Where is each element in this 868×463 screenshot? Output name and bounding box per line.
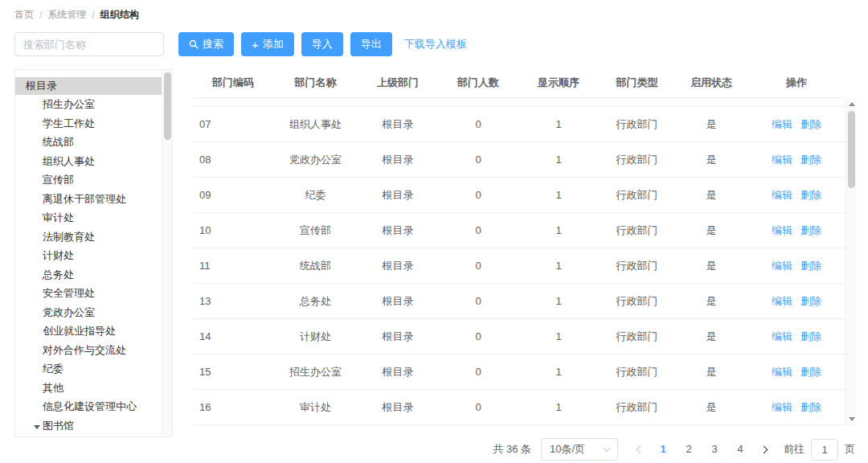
page-size-select[interactable]: 10条/页 xyxy=(541,438,618,461)
add-button[interactable]: + 添加 xyxy=(241,32,294,56)
table-row: 15 招生办公室 根目录 0 1 行政部门 是 编辑 删除 xyxy=(193,354,845,390)
delete-link[interactable]: 删除 xyxy=(800,188,821,203)
cell-actions: 编辑 删除 xyxy=(747,330,845,344)
tree-item[interactable]: 招生办公室 xyxy=(15,95,172,114)
cell-parent-dept: 根目录 xyxy=(358,153,438,167)
cell-dept-code: 08 xyxy=(193,154,273,166)
prev-page-button[interactable] xyxy=(629,438,650,461)
tree-item[interactable]: 计财处 xyxy=(15,246,172,265)
page-number[interactable]: 1 xyxy=(652,438,674,461)
tree-item[interactable]: 组织人事处 xyxy=(15,152,172,171)
header-enabled-status: 启用状态 xyxy=(675,76,747,90)
export-button[interactable]: 导出 xyxy=(350,32,392,56)
cell-enabled-status: 是 xyxy=(675,330,747,344)
page-number[interactable]: 4 xyxy=(729,438,751,461)
table-row: 10 宣传部 根目录 0 1 行政部门 是 编辑 删除 xyxy=(193,213,845,248)
cell-display-order: 1 xyxy=(518,366,599,378)
edit-link[interactable]: 编辑 xyxy=(772,259,792,273)
delete-link[interactable]: 删除 xyxy=(800,259,821,273)
header-dept-type: 部门类型 xyxy=(599,76,675,90)
goto-unit: 页 xyxy=(845,442,855,457)
goto-page-input[interactable] xyxy=(811,439,838,461)
tree-item[interactable]: 对外合作与交流处 xyxy=(15,341,172,360)
next-page-button[interactable] xyxy=(753,438,774,461)
import-button[interactable]: 导入 xyxy=(301,32,343,56)
cell-enabled-status: 是 xyxy=(675,223,747,238)
cell-dept-count: 0 xyxy=(438,366,518,378)
page-number[interactable]: 2 xyxy=(678,438,700,461)
header-actions: 操作 xyxy=(747,76,845,90)
cell-dept-count: 0 xyxy=(438,401,518,413)
total-count: 共 36 条 xyxy=(493,442,531,457)
search-button[interactable]: 搜索 xyxy=(178,32,234,56)
tree-expand-caret-icon[interactable] xyxy=(34,425,40,429)
tree-item[interactable]: 安全管理处 xyxy=(15,284,172,303)
cell-display-order: 1 xyxy=(518,189,599,201)
page-number[interactable]: 3 xyxy=(703,438,726,461)
plus-icon: + xyxy=(252,39,259,51)
cell-dept-count: 0 xyxy=(438,295,518,307)
table-row: 08 党政办公室 根目录 0 1 行政部门 是 编辑 删除 xyxy=(193,142,845,178)
cell-dept-count: 0 xyxy=(438,189,518,201)
cell-parent-dept: 根目录 xyxy=(358,117,438,132)
tree-item[interactable]: 创业就业指导处 xyxy=(15,322,172,341)
scroll-down-arrow-icon[interactable] xyxy=(849,417,855,421)
edit-link[interactable]: 编辑 xyxy=(772,188,792,203)
scroll-up-arrow-icon[interactable] xyxy=(849,102,855,106)
delete-link[interactable]: 删除 xyxy=(800,400,821,415)
search-department-input[interactable] xyxy=(14,32,164,56)
delete-link[interactable]: 删除 xyxy=(800,223,821,238)
edit-link[interactable]: 编辑 xyxy=(772,294,792,309)
edit-link[interactable]: 编辑 xyxy=(772,330,792,344)
tree-item[interactable]: 学生工作处 xyxy=(15,114,172,133)
delete-link[interactable]: 删除 xyxy=(800,294,821,309)
goto-label: 前往 xyxy=(784,442,805,457)
edit-link[interactable]: 编辑 xyxy=(772,223,792,238)
cell-dept-type: 行政部门 xyxy=(599,294,675,309)
cell-dept-name: 审计处 xyxy=(273,400,358,415)
delete-link[interactable]: 删除 xyxy=(800,365,821,379)
table-scrollbar-thumb[interactable] xyxy=(848,111,855,188)
tree-item[interactable]: 统战部 xyxy=(15,133,172,152)
page-list: 1 2 3 4 xyxy=(650,438,753,461)
tree-item[interactable]: 法制教育处 xyxy=(15,227,172,247)
tree-item[interactable]: 宣传部 xyxy=(15,170,172,190)
header-display-order: 显示顺序 xyxy=(518,76,599,90)
cell-actions: 编辑 删除 xyxy=(747,400,845,415)
cell-dept-name: 党政办公室 xyxy=(273,153,358,167)
breadcrumb-home[interactable]: 首页 xyxy=(14,8,34,22)
tree-item[interactable]: 审计处 xyxy=(15,208,172,227)
tree-scrollbar-thumb[interactable] xyxy=(164,72,171,140)
cell-actions: 编辑 删除 xyxy=(747,223,845,238)
toolbar: 搜索 + 添加 导入 导出 下载导入模板 xyxy=(14,32,467,56)
delete-link[interactable]: 删除 xyxy=(800,117,821,132)
cell-display-order: 1 xyxy=(518,295,599,307)
tree-item[interactable]: 党政办公室 xyxy=(15,303,172,322)
cell-enabled-status: 是 xyxy=(675,153,747,167)
cell-dept-type: 行政部门 xyxy=(599,330,675,344)
cell-dept-code: 11 xyxy=(193,260,273,272)
cell-dept-code: 13 xyxy=(193,295,273,307)
tree-node-root[interactable]: 根目录 xyxy=(15,77,162,95)
tree-item[interactable]: 其他 xyxy=(15,379,172,398)
cell-parent-dept: 根目录 xyxy=(358,365,438,379)
delete-link[interactable]: 删除 xyxy=(800,153,821,167)
tree-item[interactable]: 总务处 xyxy=(15,265,172,285)
cell-dept-count: 0 xyxy=(438,260,518,272)
cell-enabled-status: 是 xyxy=(675,400,747,415)
cell-dept-code: 07 xyxy=(193,118,273,130)
tree-item[interactable]: 信息化建设管理中心 xyxy=(15,397,172,416)
edit-link[interactable]: 编辑 xyxy=(772,153,792,167)
download-template-link[interactable]: 下载导入模板 xyxy=(404,37,467,51)
edit-link[interactable]: 编辑 xyxy=(772,400,792,415)
edit-link[interactable]: 编辑 xyxy=(772,365,792,379)
breadcrumb-system-management[interactable]: 系统管理 xyxy=(47,8,86,22)
cell-dept-name: 总务处 xyxy=(273,294,358,309)
tree-item[interactable]: 纪委 xyxy=(15,359,172,379)
cell-dept-name: 组织人事处 xyxy=(273,117,358,132)
cell-parent-dept: 根目录 xyxy=(358,400,438,415)
chevron-right-icon xyxy=(760,445,768,453)
delete-link[interactable]: 删除 xyxy=(800,330,821,344)
edit-link[interactable]: 编辑 xyxy=(772,117,792,132)
tree-item[interactable]: 离退休干部管理处 xyxy=(15,190,172,209)
